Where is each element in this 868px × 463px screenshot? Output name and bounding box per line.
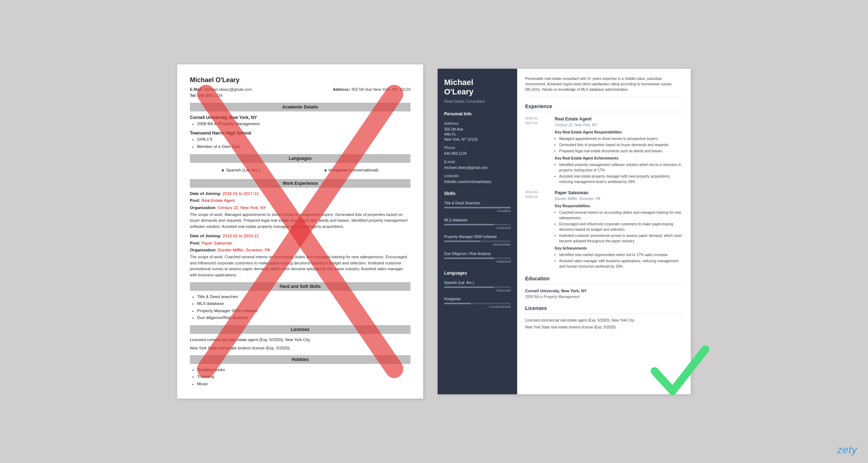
edu-entry-right-0: Cornell University, New York, NY 2008 BA… bbox=[525, 288, 683, 300]
exp-dates-0: 2016-01 - 2017-12 bbox=[525, 116, 550, 185]
exp-title-0: Real Estate Agent bbox=[555, 116, 683, 122]
lang-name-1: Hungarian bbox=[444, 296, 511, 302]
exp-resp-1-2: Instituted customer promotional survey t… bbox=[559, 233, 683, 244]
skills-list: Title & Deed searches MLS database Prope… bbox=[197, 294, 410, 321]
skill-4: Due diligence/Risk Analysis bbox=[197, 315, 410, 321]
skill-bar-bg-3 bbox=[444, 258, 511, 259]
resume-left: Michael O'Leary E-Mail: michael.oleary@g… bbox=[177, 64, 423, 399]
skill-item-2: Property Manager 5000 software Intermedi… bbox=[444, 234, 511, 247]
main-summary: Personable real estate consultant with 3… bbox=[525, 76, 683, 97]
skill-item-3: Due Diligence / Risk Analysis Advanced bbox=[444, 251, 511, 264]
lang-bar-fill-0 bbox=[444, 286, 494, 288]
exp-ach-0-0: Identified property management software … bbox=[559, 162, 683, 173]
tel-label: Tel: bbox=[190, 93, 197, 98]
linkedin-value: linkedin.com/in/michaeloleary bbox=[444, 179, 511, 184]
lang-hungarian-label: Hungarian (conversational) bbox=[329, 167, 379, 173]
post-label-1: Post: bbox=[190, 198, 200, 203]
license-1: Licensed commercial real estate agent (E… bbox=[190, 337, 410, 343]
left-name: Michael O'Leary bbox=[190, 75, 410, 85]
exp-ach-title-1: Key Achievements bbox=[555, 246, 683, 251]
right-container: MichaelO'Leary Real Estate Consultant Pe… bbox=[438, 69, 691, 394]
exp-ach-title-0: Key Real Estate Agent Achievements bbox=[555, 156, 683, 161]
org-label-2: Organization: bbox=[190, 248, 217, 252]
skill-level-1: Advanced bbox=[444, 226, 511, 231]
hobby-2: Traveling bbox=[197, 374, 410, 380]
left-contact-row: E-Mail: michael.oleary@gmail.com Tel: 64… bbox=[190, 86, 410, 98]
languages-header: Languages bbox=[190, 154, 410, 163]
academic-header: Academic Details bbox=[190, 103, 410, 111]
exp-dates-1: 2013-01 - 2015-12 bbox=[525, 190, 550, 270]
edu-entry-cornell: Cornell University, New York, NY 2008 BA… bbox=[190, 114, 410, 127]
license-right-1: New York State real estate brokers licen… bbox=[525, 324, 683, 330]
exp-resp-title-1: Key Responsibilities bbox=[555, 203, 683, 209]
exp-content-0: Real Estate Agent Century 22, New York, … bbox=[555, 116, 683, 185]
left-tel: Tel: 646-999-1234 bbox=[190, 93, 252, 99]
date-val-1: 2016-01 to 2017-12 bbox=[222, 191, 259, 196]
lang-hungarian: Hungarian (conversational) bbox=[324, 167, 379, 173]
exp-resp-0-2: Prepared legal real estate documents suc… bbox=[559, 148, 683, 154]
exp-ach-list-0: Identified property management software … bbox=[559, 162, 683, 184]
education-title: Education bbox=[525, 275, 683, 284]
email-label: E-Mail: bbox=[190, 87, 203, 92]
languages-section-title: Languages bbox=[444, 270, 511, 276]
skill-name-3: Due Diligence / Risk Analysis bbox=[444, 251, 511, 256]
date-label-1: Date of Joining: bbox=[190, 191, 221, 196]
exp-ach-list-1: Identified new market opportunities whic… bbox=[559, 252, 683, 269]
resume-sidebar: MichaelO'Leary Real Estate Consultant Pe… bbox=[438, 69, 517, 394]
lang-bar-bg-0 bbox=[444, 286, 511, 288]
work-post-1: Post: Real Estate Agent bbox=[190, 197, 410, 204]
exp-resp-0-1: Generated lists of properties based on b… bbox=[559, 142, 683, 148]
lang-dot-spanish bbox=[222, 169, 224, 171]
hobby-1: Reading books bbox=[197, 367, 410, 373]
lang-spanish: Spanish (Lat. Am.) bbox=[222, 167, 260, 173]
exp-entry-0: 2016-01 - 2017-12 Real Estate Agent Cent… bbox=[525, 116, 683, 185]
exp-content-1: Paper Salesman Dunder Mifflin, Scranton,… bbox=[555, 190, 683, 270]
cornell-school: Cornell University, New York, NY bbox=[190, 114, 410, 121]
cornell-items: 2008 BA in Property Management bbox=[197, 121, 410, 127]
left-address: Address: 350 5th Ave New York, NY, 10118 bbox=[333, 86, 410, 98]
edu-entry-harris: Townsend Harris High School GPA 2.9 Memb… bbox=[190, 130, 410, 150]
hobbies-list: Reading books Traveling Music bbox=[197, 367, 410, 387]
lang-item-1: Hungarian Conversational bbox=[444, 296, 511, 310]
exp-resp-list-1: Coached several interns on accounting du… bbox=[559, 210, 683, 244]
scope-label-1: The scope of work: bbox=[190, 212, 224, 217]
linkedin-label: Linkedin bbox=[444, 173, 511, 179]
exp-resp-1-1: Encouraged and influenced corporate cust… bbox=[559, 221, 683, 232]
skill-bar-fill-0 bbox=[444, 207, 511, 208]
sidebar-title: Real Estate Consultant bbox=[444, 98, 511, 105]
harris-items: GPA 2.9 Member of a Glee Club bbox=[197, 136, 410, 150]
hobby-3: Music bbox=[197, 381, 410, 387]
work-org-2: Organization: Dunder Mifflin, Scranton, … bbox=[190, 247, 410, 253]
resume-main: Personable real estate consultant with 3… bbox=[517, 69, 691, 394]
skill-bar-fill-1 bbox=[444, 224, 494, 225]
zety-brand: zety bbox=[837, 444, 857, 456]
skill-bar-bg-2 bbox=[444, 241, 511, 242]
lang-spanish-label: Spanish (Lat. Am.) bbox=[226, 167, 260, 173]
email-label: E-mail bbox=[444, 159, 511, 165]
exp-company-0: Century 22, New York, NY bbox=[555, 122, 683, 128]
work-date-1: Date of Joining: 2016-01 to 2017-12 bbox=[190, 191, 410, 197]
skill-bar-bg-0 bbox=[444, 207, 511, 208]
harris-gpa: GPA 2.9 bbox=[197, 136, 410, 143]
skill-item-1: MLS database Advanced bbox=[444, 217, 511, 231]
exp-resp-1-0: Coached several interns on accounting du… bbox=[559, 210, 683, 221]
work-desc-1: The scope of work: Managed appointments … bbox=[190, 212, 410, 230]
work-entry-1: Date of Joining: 2016-01 to 2017-12 Post… bbox=[190, 191, 410, 229]
email-value: michael.oleary@gmail.com bbox=[444, 165, 511, 170]
skill-level-2: Intermediate bbox=[444, 242, 511, 247]
personal-info-title: Personal Info bbox=[444, 111, 511, 117]
lang-bar-bg-1 bbox=[444, 303, 511, 304]
license-right-0: Licensed commercial real estate agent (E… bbox=[525, 318, 683, 323]
lang-level-0: Advanced bbox=[444, 288, 511, 293]
lang-name-0: Spanish (Lat. Am.) bbox=[444, 280, 511, 285]
left-email: E-Mail: michael.oleary@gmail.com bbox=[190, 86, 252, 93]
exp-ach-1-0: Identified new market opportunities whic… bbox=[559, 252, 683, 258]
org-label-1: Organization: bbox=[190, 205, 217, 210]
address-value: 350 5th Ave44th FLNew York, NY 10118 bbox=[444, 127, 511, 142]
work-post-2: Post: Paper Salesman bbox=[190, 240, 410, 246]
lang-bar-fill-1 bbox=[444, 303, 471, 304]
exp-ach-1-1: Assisted sales manager with business app… bbox=[559, 258, 683, 269]
lang-level-1: Conversational bbox=[444, 305, 511, 310]
resume-right: MichaelO'Leary Real Estate Consultant Pe… bbox=[438, 69, 691, 394]
exp-resp-title-0: Key Real Estate Agent Responsibilities bbox=[555, 129, 683, 135]
